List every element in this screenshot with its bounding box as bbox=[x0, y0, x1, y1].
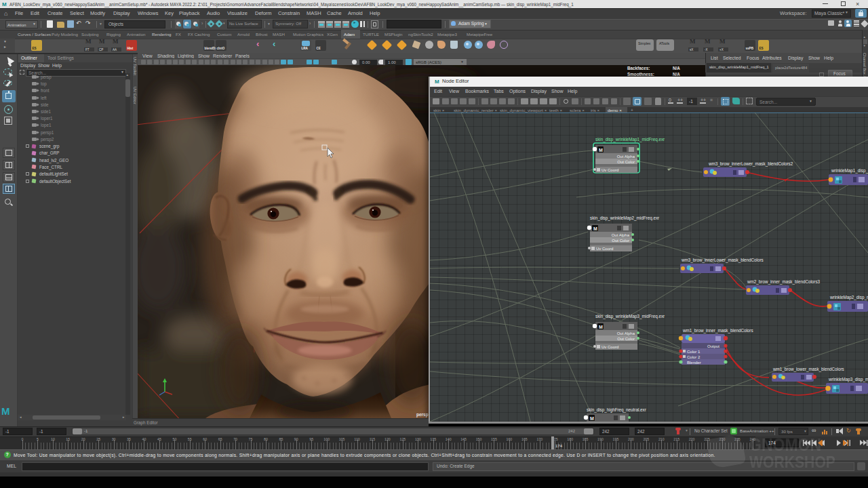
svg-text:wm3_brow_innerLower_mask_blend: wm3_brow_innerLower_mask_blendColors2 bbox=[708, 161, 793, 167]
svg-text:Uv Coord: Uv Coord bbox=[601, 168, 618, 172]
svg-text:wm1_brow_inner_mask_blendColor: wm1_brow_inner_mask_blendColors bbox=[682, 328, 753, 333]
svg-text:skin_disp_wrinkleMap1_midFreq.: skin_disp_wrinkleMap1_midFreq.exr bbox=[595, 137, 665, 142]
svg-text:Uv Coord: Uv Coord bbox=[601, 345, 618, 349]
svg-text:Out Alpha: Out Alpha bbox=[612, 233, 630, 237]
svg-text:wrinkleMap3_disp_midFre: wrinkleMap3_disp_midFre bbox=[828, 377, 868, 382]
svg-text:Blender: Blender bbox=[687, 361, 701, 365]
svg-text:Uv Coord: Uv Coord bbox=[596, 247, 613, 251]
svg-text:wrinkleMap1_disp_midF: wrinkleMap1_disp_midF bbox=[831, 168, 868, 174]
svg-text:Color 1: Color 1 bbox=[687, 350, 701, 354]
svg-text:Out Color: Out Color bbox=[617, 160, 635, 164]
svg-text:skin_disp_wrinkleMap3_midFreq.: skin_disp_wrinkleMap3_midFreq.exr bbox=[595, 314, 665, 319]
svg-text:Out Alpha: Out Alpha bbox=[617, 155, 635, 159]
svg-text:skin_disp_wrinkleMap2_midFreq.: skin_disp_wrinkleMap2_midFreq.exr bbox=[590, 216, 659, 221]
svg-text:Color 2: Color 2 bbox=[687, 355, 701, 359]
svg-text:wm1_brow_lower_mask_blendColor: wm1_brow_lower_mask_blendColors bbox=[772, 367, 844, 372]
svg-text:M: M bbox=[599, 148, 603, 152]
svg-text:wm2_brow_inner_mask_blendColor: wm2_brow_inner_mask_blendColors3 bbox=[747, 279, 821, 285]
svg-text:M: M bbox=[590, 416, 594, 421]
svg-text:M: M bbox=[593, 226, 597, 231]
svg-text:skin_disp_highFreq_neutral.exr: skin_disp_highFreq_neutral.exr bbox=[587, 407, 646, 413]
svg-text:Out Color: Out Color bbox=[612, 239, 629, 243]
svg-text:Output: Output bbox=[707, 344, 719, 348]
svg-text:M: M bbox=[599, 325, 603, 329]
svg-text:wrinkleMap2_disp_mid: wrinkleMap2_disp_mid bbox=[829, 295, 868, 300]
svg-text:wm3_brow_innerLower_mask_blend: wm3_brow_innerLower_mask_blendColors bbox=[681, 258, 764, 263]
svg-text:Out Alpha: Out Alpha bbox=[617, 331, 635, 336]
svg-text:Out Color: Out Color bbox=[617, 337, 635, 341]
